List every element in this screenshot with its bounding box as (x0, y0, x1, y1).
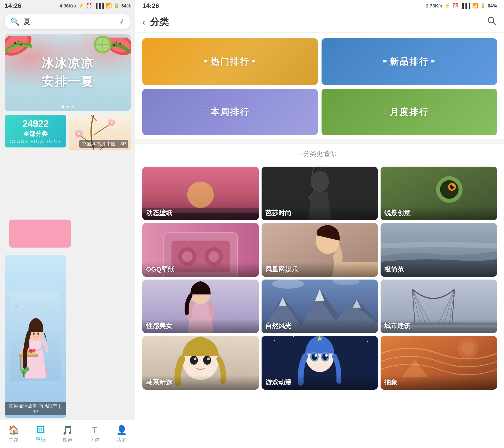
cat-7-label: 性感美女 (142, 319, 259, 333)
category-basha-fashion[interactable]: 芭莎时尚 (262, 167, 378, 220)
cat-10-label: 韩系精选 (142, 375, 259, 390)
rank-deco-new-right: ≡ (431, 58, 436, 66)
category-nature[interactable]: 自然风光 (262, 280, 378, 333)
svg-point-103 (207, 358, 210, 360)
nav-ringtone-label: 铃声 (63, 437, 73, 444)
svg-point-17 (78, 133, 80, 135)
category-korean[interactable]: 韩系精选 (142, 336, 259, 390)
svg-point-55 (37, 333, 39, 335)
search-icon-left: 🔍 (10, 17, 19, 26)
ranking-new[interactable]: ≡ 新品排行 ≡ (322, 38, 497, 85)
svg-point-59 (29, 349, 33, 353)
category-city[interactable]: 城市建筑 (380, 280, 497, 333)
search-button-right[interactable] (487, 16, 497, 28)
svg-point-8 (116, 41, 117, 43)
bottom-spacer (135, 390, 504, 399)
cat-11-bg: 游戏动漫 (262, 336, 378, 390)
battery-icon-right: 🔋 (480, 3, 486, 9)
svg-point-7 (119, 43, 121, 45)
cherry-blossom-card[interactable]: 中国风·视觉中国｜3P (69, 115, 131, 150)
wallpaper-icon: 🖼 (36, 425, 45, 435)
cat-12-label: 抽象 (380, 375, 497, 390)
banner-dots (62, 106, 74, 108)
nav-theme[interactable]: 🏠 主题 (8, 425, 19, 444)
ranking-monthly[interactable]: ≡ 月度排行 ≡ (322, 89, 497, 135)
divider-right (344, 154, 391, 154)
category-sharp-creative[interactable]: 锐景创意 (380, 167, 497, 220)
user-icon: 👤 (116, 425, 127, 435)
ranking-grid: ≡ 热门排行 ≡ ≡ 新品排行 ≡ ≡ 本周排行 ≡ (135, 33, 504, 139)
svg-point-100 (190, 356, 198, 365)
svg-point-46 (20, 326, 22, 328)
cat-10-bg: 韩系精选 (142, 336, 259, 390)
section-sep-1 (135, 139, 504, 144)
dot-3 (71, 106, 74, 108)
svg-point-2 (14, 42, 16, 44)
classification-title: 全部分类 (23, 130, 48, 138)
cat-2-bg: 芭莎时尚 (262, 167, 378, 220)
nav-wallpaper[interactable]: 🖼 壁纸 (36, 425, 46, 443)
category-dynamic-wallpaper[interactable]: 动态壁纸 (142, 167, 259, 220)
category-abstract[interactable]: 抽象 (380, 336, 497, 390)
cat-9-bg: 城市建筑 (380, 280, 497, 333)
status-icons-left: 4.06K/s ⚡ ⏰ ▐▐▐ 📶 🔋 64% (59, 3, 131, 9)
svg-point-54 (33, 333, 35, 335)
svg-rect-58 (23, 372, 24, 377)
cat-4-bg: OGQ壁纸 (142, 223, 259, 277)
ranking-monthly-label: ≡ 月度排行 ≡ (383, 106, 436, 118)
pink-card[interactable] (9, 220, 71, 248)
right-content: ≡ 热门排行 ≡ ≡ 新品排行 ≡ ≡ 本周排行 ≡ (135, 33, 504, 448)
nav-mine-label: 我的 (116, 437, 127, 444)
mic-icon[interactable]: 🎙 (118, 18, 125, 26)
signal-icon-left: ▐▐▐ (94, 3, 104, 9)
left-panel: 14:26 4.06K/s ⚡ ⏰ ▐▐▐ 📶 🔋 64% 🔍 🎙 (0, 0, 135, 448)
nav-font[interactable]: T 字体 (90, 425, 100, 443)
cat-4-label: OGQ壁纸 (142, 262, 259, 277)
nav-theme-label: 主题 (9, 437, 19, 444)
search-input[interactable] (23, 18, 114, 26)
ranking-hot-label: ≡ 热门排行 ≡ (203, 56, 256, 68)
classification-card[interactable]: 24922 全部分类 CLASSIFICATIONS (5, 115, 66, 147)
status-bar-left: 14:26 4.06K/s ⚡ ⏰ ▐▐▐ 📶 🔋 64% (0, 0, 135, 12)
rank-deco-monthly-right: ≡ (431, 108, 436, 116)
classification-subtitle: CLASSIFICATIONS (10, 139, 61, 144)
cat-1-label: 动态壁纸 (142, 206, 259, 220)
search-bar[interactable]: 🔍 🎙 (5, 14, 131, 29)
svg-point-64 (187, 181, 214, 208)
svg-point-4 (20, 44, 22, 46)
girl-card-label: 南风爱情故事-南风杂志｜3P (5, 402, 66, 415)
back-button[interactable]: ‹ (142, 17, 145, 27)
svg-point-25 (111, 122, 112, 124)
rank-deco-hot-left: ≡ (203, 58, 209, 66)
dot-2 (66, 106, 69, 108)
category-minimal[interactable]: 极简范 (380, 223, 497, 277)
alarm-icon: ⏰ (86, 3, 92, 9)
nav-wallpaper-label: 壁纸 (36, 436, 46, 443)
wifi-icon-left: 📶 (106, 3, 112, 9)
svg-line-62 (493, 22, 496, 25)
banner[interactable]: 冰冰凉凉 安排一夏 (5, 34, 131, 111)
svg-point-74 (452, 184, 454, 186)
girl-card[interactable]: 南风爱情故事-南风杂志｜3P (5, 255, 66, 418)
status-icons-right: 2.73K/s ⚡ ⏰ ▐▐▐ 📶 🔋 64% (426, 3, 497, 9)
nav-ringtone[interactable]: 🎵 铃声 (62, 425, 73, 444)
banner-line2: 安排一夏 (41, 73, 94, 90)
svg-point-115 (314, 354, 317, 357)
music-icon: 🎵 (62, 425, 73, 435)
ranking-weekly-label: ≡ 本周排行 ≡ (203, 106, 256, 118)
cat-6-label: 极简范 (380, 262, 497, 277)
nav-mine[interactable]: 👤 我的 (116, 425, 127, 444)
category-ogq[interactable]: OGQ壁纸 (142, 223, 259, 277)
ranking-weekly[interactable]: ≡ 本周排行 ≡ (142, 89, 318, 135)
ranking-hot[interactable]: ≡ 热门排行 ≡ (142, 38, 318, 85)
svg-point-9 (113, 44, 115, 46)
svg-point-102 (194, 358, 197, 360)
rank-deco-hot-right: ≡ (252, 58, 257, 66)
alarm-icon-right: ⏰ (452, 3, 458, 9)
cat-5-bg: 凤凰网娱乐 (262, 223, 378, 277)
category-phoenix[interactable]: 凤凰网娱乐 (262, 223, 378, 277)
category-game-anime[interactable]: 游戏动漫 (262, 336, 378, 390)
category-beauty[interactable]: 性感美女 (142, 280, 259, 333)
svg-point-44 (15, 305, 18, 307)
home-icon: 🏠 (8, 425, 19, 435)
